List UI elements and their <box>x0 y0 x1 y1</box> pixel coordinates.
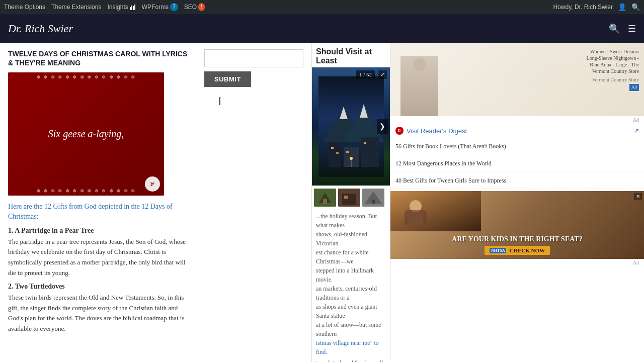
header-search-icon[interactable]: 🔍 <box>609 23 620 34</box>
rd-list-item-1[interactable]: 12 Most Dangerous Places in the World <box>390 155 644 172</box>
slide-footer-text: travel, tech and fun facts all week <box>316 358 386 362</box>
logo-text: Dr. Rich Swier <box>8 22 73 35</box>
admin-bar-wpforms[interactable]: WPForms 7 <box>142 3 178 11</box>
slide-counter: 1 / 52 <box>356 70 375 78</box>
slide-scene-svg <box>318 76 384 177</box>
slide-next-button[interactable]: ❯ <box>377 119 388 134</box>
slide-thumb-3[interactable] <box>362 189 384 207</box>
svg-rect-0 <box>130 7 131 10</box>
site-header: Dr. Rich Swier 🔍 ☰ <box>0 14 644 43</box>
rd-article-2-title: 40 Best Gifts for Tween Girls Sure to Im… <box>395 177 506 184</box>
slide-text-line4: stepped into a Hallmark movie. <box>316 266 386 284</box>
thumb1-svg <box>314 189 336 207</box>
admin-bar-theme-extensions[interactable]: Theme Extensions <box>51 4 101 11</box>
svg-rect-15 <box>364 142 366 144</box>
article-section-1-label: 1. A Partridge in a Pear Tree <box>8 227 188 235</box>
rd-bottom-ad-close[interactable]: ✕ <box>634 193 642 200</box>
rd-article-0-title: 56 Gifts for Book Lovers (That Aren't Bo… <box>395 143 506 150</box>
snowflake-top: ❄ ❄ ❄ ❄ ❄ ❄ ❄ ❄ ❄ ❄ ❄ ❄ ❄ ❄ <box>8 74 164 80</box>
svg-point-17 <box>350 157 353 160</box>
slide-text-line5: an markets, centuries-old traditions or … <box>316 284 386 302</box>
right-area: Should Visit at Least <box>312 43 644 362</box>
rd-list-item-2[interactable]: 40 Best Gifts for Tween Girls Sure to Im… <box>390 172 644 190</box>
admin-bar-item-label: Insights <box>107 4 128 11</box>
svg-rect-1 <box>131 6 132 10</box>
chart-icon <box>130 4 136 10</box>
site-logo[interactable]: Dr. Rich Swier <box>8 22 609 35</box>
svg-rect-30 <box>405 210 427 225</box>
form-input[interactable] <box>204 49 303 67</box>
svg-rect-3 <box>134 5 135 10</box>
rd-ad-image: Women's Sweet Dreams Long-Sleeve Nightgo… <box>390 43 644 116</box>
rd-bottom-ad-cta[interactable]: NHTSA CHECK NOW <box>485 246 550 255</box>
header-icons: 🔍 ☰ <box>609 23 636 34</box>
svg-rect-13 <box>336 152 339 154</box>
submit-button[interactable]: SUBMIT <box>204 71 251 87</box>
rd-bottom-ad: ✕ ARE YOUR KI <box>390 191 644 259</box>
wpforms-badge: 7 <box>170 3 178 11</box>
admin-bar: Theme Options Theme Extensions Insights … <box>0 0 644 14</box>
slideshow-container: 1 / 52 ⤢ ❯ <box>312 67 390 362</box>
rd-ad-figure <box>400 56 438 116</box>
admin-bar-theme-options[interactable]: Theme Options <box>4 4 45 11</box>
slide-image: 1 / 52 ⤢ ❯ <box>312 67 390 186</box>
rd-bottom-ad-image: ✕ ARE YOUR KI <box>390 191 644 259</box>
slide-text-line1: ...the holiday season. But what makes <box>316 212 386 230</box>
thumb3-svg <box>362 189 384 207</box>
slide-text-content: ...the holiday season. But what makes sh… <box>312 210 390 362</box>
search-icon[interactable]: 🔍 <box>631 3 640 11</box>
slide-expand-button[interactable]: ⤢ <box>378 70 387 79</box>
rd-list-item-0[interactable]: 56 Gifts for Book Lovers (That Aren't Bo… <box>390 138 644 155</box>
main-layout: TWELVE DAYS OF CHRISTMAS CAROL WITH LYRI… <box>0 43 644 362</box>
admin-bar-item-label: SEO <box>184 4 197 11</box>
rd-section-header: R Visit Reader's Digest ↗ <box>390 124 644 138</box>
rd-ad-caption: Women's Sweet Dreams Long-Sleeve Nightgo… <box>579 48 639 74</box>
svg-rect-12 <box>331 147 334 149</box>
article-section-2-body: These twin birds represent the Old and N… <box>8 293 188 334</box>
slideshow-column: Should Visit at Least <box>312 43 390 362</box>
rd-ad-text: Women's Sweet Dreams Long-Sleeve Nightgo… <box>579 48 639 91</box>
article-image-text: Six geese a-laying, <box>43 123 129 145</box>
rd-bottom-ad-cta-text: CHECK NOW <box>509 247 545 253</box>
rd-ad-meta: Ad <box>390 116 644 124</box>
article-image: ❄ ❄ ❄ ❄ ❄ ❄ ❄ ❄ ❄ ❄ ❄ ❄ ❄ ❄ ❄ ❄ ❄ ❄ ❄ ❄ … <box>8 72 164 196</box>
readers-digest-column: Women's Sweet Dreams Long-Sleeve Nightgo… <box>390 43 644 362</box>
article-gifts-link[interactable]: Here are the 12 Gifts from God depicted … <box>8 202 188 221</box>
header-menu-icon[interactable]: ☰ <box>628 23 636 34</box>
rd-bottom-ad-logo: NHTSA <box>490 248 507 253</box>
rd-article-list: 56 Gifts for Book Lovers (That Aren't Bo… <box>390 138 644 189</box>
rd-bottom-ad-svg <box>390 191 481 231</box>
rd-external-link-icon[interactable]: ↗ <box>634 127 639 135</box>
slide-thumb-2[interactable] <box>338 189 360 207</box>
svg-rect-14 <box>346 151 349 153</box>
rd-ad-store: Vermont Country Store <box>579 76 639 83</box>
article-title: TWELVE DAYS OF CHRISTMAS CAROL WITH LYRI… <box>8 49 188 67</box>
rd-article-1-title: 12 Most Dangerous Places in the World <box>395 160 492 167</box>
slide-text-line7: at a lot of snow—but some southern <box>316 320 386 338</box>
svg-rect-2 <box>133 6 134 10</box>
article-section-2-label: 2. Two Turtledoves <box>8 283 188 291</box>
admin-bar-seo[interactable]: SEO ! <box>184 3 205 11</box>
cursor-area <box>204 97 303 107</box>
middle-column: SUBMIT <box>196 43 312 362</box>
seo-badge: ! <box>198 3 205 11</box>
rd-logo: R <box>395 127 404 135</box>
slide-text-link[interactable]: istmas village near me" to find. <box>316 338 386 356</box>
svg-rect-26 <box>372 200 375 204</box>
rd-ad-label: Ad <box>633 117 639 123</box>
left-column: TWELVE DAYS OF CHRISTMAS CAROL WITH LYRI… <box>0 43 196 362</box>
rd-bottom-ad-headline: ARE YOUR KIDS IN THE RIGHT SEAT? <box>452 235 582 244</box>
admin-bar-insights[interactable]: Insights <box>107 4 135 11</box>
slide-text-line6: as shops and even a giant Santa statue <box>316 302 386 320</box>
slide-thumbnails <box>312 186 390 210</box>
admin-bar-item-label: Theme Extensions <box>51 4 101 11</box>
slide-text-line3: est chance for a white Christmas—we <box>316 248 386 266</box>
slide-partial-title: Should Visit at Least <box>312 43 390 67</box>
rd-section-title[interactable]: Visit Reader's Digest <box>407 127 467 135</box>
slide-thumb-1[interactable] <box>314 189 336 207</box>
rd-bottom-ad-meta: Ad <box>390 259 644 266</box>
avatar-icon: 👤 <box>618 3 626 11</box>
svg-rect-20 <box>323 199 327 204</box>
admin-bar-item-label: WPForms <box>142 4 169 11</box>
svg-rect-22 <box>342 194 356 205</box>
